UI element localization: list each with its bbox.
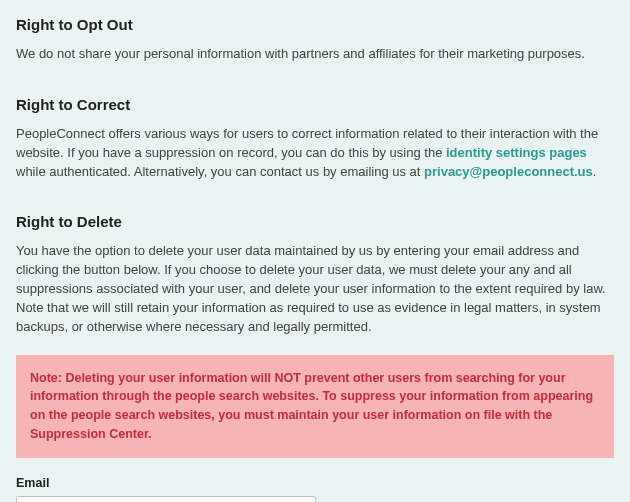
identity-settings-link[interactable]: identity settings pages (446, 145, 587, 160)
heading-opt-out: Right to Opt Out (16, 16, 614, 33)
text-correct: PeopleConnect offers various ways for us… (16, 125, 614, 182)
heading-delete: Right to Delete (16, 213, 614, 230)
section-opt-out: Right to Opt Out We do not share your pe… (16, 16, 614, 64)
heading-correct: Right to Correct (16, 96, 614, 113)
email-field[interactable] (16, 496, 316, 502)
section-correct: Right to Correct PeopleConnect offers va… (16, 96, 614, 182)
delete-warning-note: Note: Deleting your user information wil… (16, 355, 614, 458)
email-label: Email (16, 476, 614, 490)
text-opt-out: We do not share your personal informatio… (16, 45, 614, 64)
privacy-email-link[interactable]: privacy@peopleconnect.us (424, 164, 593, 179)
section-delete: Right to Delete You have the option to d… (16, 213, 614, 502)
correct-mid: while authenticated. Alternatively, you … (16, 164, 424, 179)
text-delete: You have the option to delete your user … (16, 242, 614, 336)
correct-post: . (593, 164, 597, 179)
